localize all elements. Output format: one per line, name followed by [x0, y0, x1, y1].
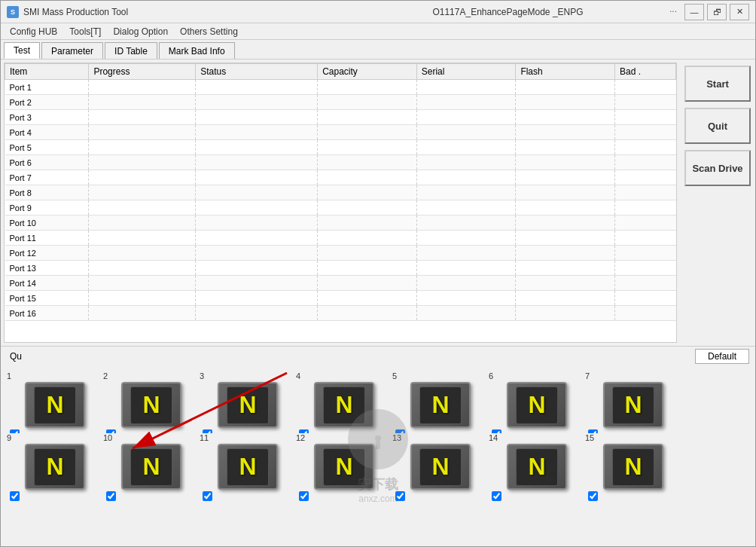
- port-letter: N: [335, 391, 352, 419]
- table-cell-value: [516, 155, 615, 170]
- port-number: 3: [200, 371, 204, 380]
- port-checkbox[interactable]: [203, 491, 212, 501]
- port-cell: 2N: [103, 371, 200, 433]
- port-number: 6: [489, 371, 493, 380]
- table-cell-value: [196, 261, 318, 276]
- menu-tools[interactable]: Tools[T]: [63, 23, 107, 39]
- port-icon[interactable]: N: [603, 444, 663, 490]
- port-icon[interactable]: N: [507, 444, 567, 490]
- port-icon[interactable]: N: [314, 444, 374, 490]
- table-cell-value: [89, 200, 196, 215]
- table-cell-value: [318, 215, 417, 231]
- port-number: 5: [392, 371, 397, 380]
- table-cell-value: [318, 276, 417, 291]
- port-checkbox[interactable]: [588, 491, 598, 501]
- port-icon[interactable]: N: [218, 444, 278, 490]
- port-icon[interactable]: N: [121, 382, 181, 428]
- port-letter: N: [142, 453, 160, 481]
- table-cell-value: [196, 231, 318, 246]
- table-cell-item: Port 4: [5, 125, 89, 140]
- port-icon-inner: N: [130, 448, 172, 486]
- port-icon-inner: N: [130, 387, 172, 424]
- table-section: Item Progress Status Capacity Serial Fla…: [1, 60, 755, 346]
- scan-drive-button[interactable]: Scan Drive: [684, 150, 751, 186]
- table-cell-value: [196, 80, 318, 95]
- port-letter: N: [335, 453, 352, 481]
- port-cell: 9N: [7, 433, 103, 501]
- port-icon[interactable]: N: [507, 382, 567, 428]
- table-cell-item: Port 14: [5, 276, 89, 291]
- port-checkbox[interactable]: [492, 491, 501, 501]
- table-cell-value: [516, 291, 615, 306]
- tab-id-table[interactable]: ID Table: [105, 42, 157, 59]
- menu-dialog-option[interactable]: Dialog Option: [107, 23, 174, 39]
- port-cell: 14N: [489, 433, 585, 501]
- table-cell-value: [416, 155, 516, 170]
- port-icon[interactable]: N: [410, 382, 471, 428]
- menu-others-setting[interactable]: Others Setting: [174, 23, 244, 39]
- table-cell-value: [615, 306, 676, 321]
- table-cell-value: [416, 140, 516, 155]
- tab-mark-bad-info[interactable]: Mark Bad Info: [159, 42, 235, 59]
- table-cell-value: [615, 246, 676, 261]
- close-button[interactable]: ✕: [730, 4, 749, 20]
- table-row: Port 3: [5, 110, 676, 125]
- table-cell-item: Port 5: [5, 140, 89, 155]
- port-number: 14: [489, 433, 498, 442]
- table-cell-item: Port 11: [5, 231, 89, 246]
- tab-test[interactable]: Test: [4, 42, 40, 59]
- table-cell-value: [196, 306, 318, 321]
- port-number: 13: [392, 433, 401, 442]
- table-cell-item: Port 1: [5, 80, 89, 95]
- table-cell-value: [516, 276, 615, 291]
- table-cell-value: [615, 231, 676, 246]
- quit-button[interactable]: Quit: [684, 108, 751, 144]
- port-number: 7: [585, 371, 590, 380]
- table-cell-value: [416, 246, 516, 261]
- port-checkbox[interactable]: [106, 491, 116, 501]
- table-row: Port 7: [5, 170, 676, 185]
- table-cell-value: [196, 140, 318, 155]
- table-cell-value: [516, 185, 615, 200]
- menu-config-hub[interactable]: Config HUB: [4, 23, 63, 39]
- port-icon[interactable]: N: [218, 382, 278, 428]
- port-cell: 4N: [296, 371, 392, 433]
- port-icon[interactable]: N: [410, 444, 471, 490]
- restore-button[interactable]: 🗗: [707, 4, 727, 20]
- port-letter: N: [624, 391, 642, 419]
- port-icon[interactable]: N: [603, 382, 663, 428]
- table-cell-value: [196, 125, 318, 140]
- table-row: Port 6: [5, 155, 676, 170]
- minimize-button[interactable]: —: [684, 4, 704, 20]
- port-icon[interactable]: N: [25, 444, 85, 490]
- port-icon-inner: N: [516, 448, 558, 486]
- main-content: Item Progress Status Capacity Serial Fla…: [1, 60, 755, 547]
- port-checkbox[interactable]: [10, 491, 20, 501]
- port-checkbox[interactable]: [299, 491, 309, 501]
- port-icon[interactable]: N: [121, 444, 181, 490]
- port-icon[interactable]: N: [314, 382, 374, 428]
- col-status: Status: [196, 64, 318, 80]
- table-cell-item: Port 12: [5, 246, 89, 261]
- table-cell-value: [89, 155, 196, 170]
- table-cell-value: [89, 261, 196, 276]
- tab-parameter[interactable]: Parameter: [41, 42, 103, 59]
- table-row: Port 12: [5, 246, 676, 261]
- port-cell: 13N: [392, 433, 489, 501]
- table-cell-value: [318, 231, 417, 246]
- port-icon[interactable]: N: [25, 382, 85, 428]
- table-cell-value: [89, 95, 196, 110]
- port-cell: 1N: [7, 371, 103, 433]
- port-icon-inner: N: [227, 387, 269, 424]
- port-number: 12: [296, 433, 305, 442]
- table-row: Port 14: [5, 276, 676, 291]
- port-checkbox[interactable]: [395, 491, 405, 501]
- table-cell-value: [89, 231, 196, 246]
- data-table-wrapper[interactable]: Item Progress Status Capacity Serial Fla…: [4, 63, 677, 343]
- table-cell-value: [416, 125, 516, 140]
- table-row: Port 2: [5, 95, 676, 110]
- start-button[interactable]: Start: [684, 66, 751, 102]
- table-cell-value: [615, 261, 676, 276]
- port-letter: N: [46, 391, 63, 419]
- port-icon-inner: N: [516, 387, 558, 424]
